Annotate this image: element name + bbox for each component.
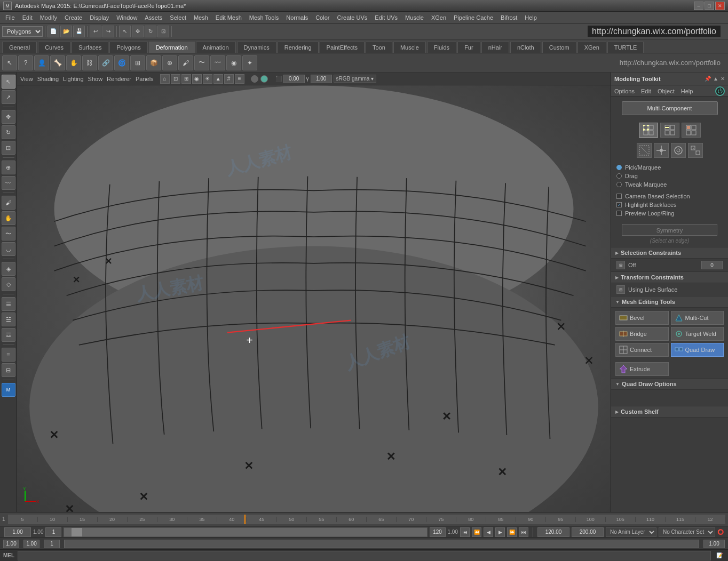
exposure-input[interactable] (283, 75, 305, 83)
step-back-button[interactable]: ⏪ (472, 527, 481, 537)
shading-menu[interactable]: Shading (37, 76, 59, 82)
z-input[interactable] (44, 540, 60, 548)
preview-loop-option[interactable]: Preview Loop/Ring (616, 209, 723, 218)
command-input[interactable] (18, 551, 711, 560)
menubar-item-edit-mesh[interactable]: Edit Mesh (212, 13, 245, 22)
panel-pin-button[interactable]: 📌 (705, 76, 711, 82)
rotate-tool-button[interactable]: ↻ (145, 26, 156, 37)
tab-fur[interactable]: Fur (457, 42, 480, 53)
status-track[interactable] (64, 540, 699, 548)
play-forward-button[interactable]: ▶ (495, 527, 505, 537)
lighting-menu[interactable]: Lighting (63, 76, 84, 82)
vp-shadow-button[interactable]: ▲ (213, 74, 223, 84)
script-editor-button[interactable]: 📝 (714, 552, 725, 558)
select-tool-button[interactable]: ↖ (119, 26, 131, 37)
paint-select-button[interactable]: ↗ (2, 90, 15, 104)
undo-button[interactable]: ↩ (90, 26, 101, 37)
quad-draw-options-header[interactable]: ▼ Quad Draw Options (611, 378, 728, 390)
pick-marquee-option[interactable]: Pick/Marquee (616, 163, 723, 172)
shelf-soft-icon[interactable]: 〜 (194, 55, 209, 70)
custom-shelf-header[interactable]: ▶ Custom Shelf (611, 406, 728, 418)
step-forward-button[interactable]: ⏩ (507, 527, 517, 537)
tweak-marquee-option[interactable]: Tweak Marquee (616, 180, 723, 189)
menubar-item-bifrost[interactable]: Bifrost (497, 13, 520, 22)
soft-mod-button[interactable]: 〰 (2, 176, 15, 190)
vp-light-button[interactable]: ☀ (203, 74, 212, 84)
transform-tool-button[interactable] (654, 143, 669, 158)
menubar-item-muscle[interactable]: Muscle (402, 13, 427, 22)
max-time-input[interactable] (537, 527, 569, 537)
vp-fit-button[interactable]: ⊡ (171, 74, 180, 84)
menubar-item-pipeline-cache[interactable]: Pipeline Cache (450, 13, 496, 22)
new-scene-button[interactable]: 📄 (48, 26, 59, 37)
goto-end-button[interactable]: ⏭ (519, 527, 528, 537)
universal-manip-button[interactable]: ⊕ (2, 161, 15, 174)
menubar-item-select[interactable]: Select (167, 13, 189, 22)
move-tool-button[interactable]: ✥ (132, 26, 144, 37)
tab-rendering[interactable]: Rendering (278, 42, 319, 53)
shelf-wrap-icon[interactable]: 📦 (146, 55, 161, 70)
select-mode-button[interactable]: ↖ (2, 75, 15, 89)
view-menu[interactable]: View (20, 76, 33, 82)
constraint-value-input[interactable] (701, 261, 723, 269)
panel-collapse-button[interactable]: ▲ (713, 76, 718, 82)
highlight-backfaces-option[interactable]: Highlight Backfaces (616, 201, 723, 209)
tab-surfaces[interactable]: Surfaces (72, 42, 108, 53)
shelf-wire-icon[interactable]: 〰 (210, 55, 225, 70)
vp-grid-button[interactable]: # (224, 74, 234, 84)
viewport-canvas[interactable]: + 人人素材 人人素材 人人素材 X Y (17, 85, 611, 512)
titlebar-controls[interactable]: – □ ✕ (694, 2, 725, 10)
menubar-item-modify[interactable]: Modify (37, 13, 60, 22)
goto-start-button[interactable]: ⏮ (460, 527, 470, 537)
power-button[interactable]: ⏻ (715, 86, 725, 96)
bridge-tool-button[interactable]: Bridge (615, 327, 669, 341)
tab-toon[interactable]: Toon (366, 42, 392, 53)
menubar-item-display[interactable]: Display (86, 13, 112, 22)
char-set-select[interactable]: No Character Set (659, 527, 715, 537)
maximize-button[interactable]: □ (705, 2, 714, 10)
auto-key-button[interactable]: ⭕ (717, 529, 724, 535)
shelf-deformer-icon[interactable]: 🌀 (114, 55, 129, 70)
quad-draw-tool-button[interactable]: Quad Draw (671, 343, 724, 357)
panel-options-menu[interactable]: Options (614, 88, 635, 94)
gamma-input[interactable] (311, 75, 332, 83)
shelf-ik-icon[interactable]: 🔗 (98, 55, 113, 70)
menubar-item-edit-uvs[interactable]: Edit UVs (371, 13, 401, 22)
tab-muscle[interactable]: Muscle (393, 42, 426, 53)
ep-curve-button[interactable]: ◡ (2, 242, 15, 256)
menubar-item-window[interactable]: Window (113, 13, 140, 22)
tab-painteffects[interactable]: PaintEffects (320, 42, 365, 53)
panel-edit-menu[interactable]: Edit (641, 88, 651, 94)
drag-option[interactable]: Drag (616, 172, 723, 180)
menubar-item-create[interactable]: Create (61, 13, 85, 22)
viewport[interactable]: View Shading Lighting Show Renderer Pane… (17, 73, 611, 512)
connect-tool-button[interactable]: Connect (615, 343, 669, 357)
max-playback-input[interactable] (572, 527, 604, 537)
open-file-button[interactable]: 📂 (60, 26, 72, 37)
scale-tool-button[interactable]: ⊡ (157, 26, 169, 37)
vp-wire-button[interactable]: ⊞ (181, 74, 191, 84)
menubar-item-normals[interactable]: Normals (283, 13, 311, 22)
tab-general[interactable]: General (2, 42, 37, 53)
tab-deformation[interactable]: Deformation (149, 42, 195, 53)
cv-curve-button[interactable]: 〜 (2, 227, 15, 241)
show-menu[interactable]: Show (88, 76, 103, 82)
viewport-fog-button[interactable] (260, 75, 268, 83)
sculpt-button[interactable]: ✋ (2, 211, 15, 225)
scale-button[interactable]: ⊡ (2, 141, 15, 155)
vp-home-button[interactable]: ⌂ (160, 74, 170, 84)
shelf-pose-icon[interactable]: ✋ (66, 55, 81, 70)
face-mode-button[interactable] (682, 123, 701, 138)
menubar-item-color[interactable]: Color (312, 13, 333, 22)
bevel-tool-button[interactable]: Bevel (615, 311, 669, 325)
menubar-item-mesh[interactable]: Mesh (191, 13, 211, 22)
tab-nhair[interactable]: nHair (481, 42, 509, 53)
attribute-editor-button[interactable]: ⊟ (2, 363, 15, 377)
menubar-item-create-uvs[interactable]: Create UVs (334, 13, 370, 22)
selection-tool-button[interactable] (637, 143, 652, 158)
menubar-item-mesh-tools[interactable]: Mesh Tools (246, 13, 282, 22)
menubar-item-help[interactable]: Help (521, 13, 540, 22)
last-tool-button[interactable]: ◇ (2, 277, 15, 291)
color-mgmt-select[interactable]: sRGB gamma ▾ (334, 75, 377, 83)
shelf-blend-icon[interactable]: ⊕ (162, 55, 177, 70)
